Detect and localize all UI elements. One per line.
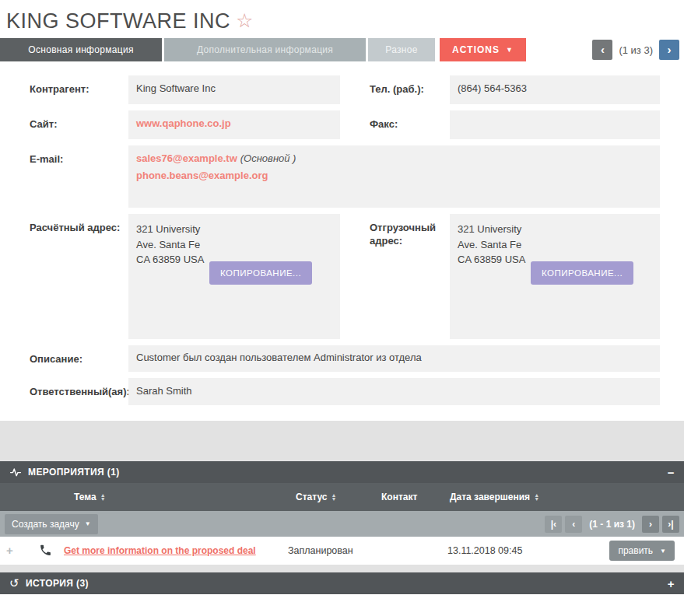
column-status[interactable]: Статус ▲▼ — [296, 483, 336, 511]
work-phone-label: Тел. (раб.): — [370, 75, 450, 104]
field-row: Расчётный адрес: 321 University Ave. San… — [30, 214, 660, 339]
activities-column-headers: Тема ▲▼ Статус ▲▼ Контакт Дата завершени… — [0, 483, 684, 511]
chevron-down-icon: ▼ — [660, 548, 666, 555]
assigned-to-label: Ответственный(ая): — [30, 378, 128, 405]
account-name-field[interactable]: King Software Inc — [128, 75, 340, 104]
actions-button[interactable]: ACTIONS ▼ — [440, 38, 526, 61]
secondary-email-line: phone.beans@example.org — [136, 170, 652, 181]
column-due-date-label: Дата завершения — [450, 492, 530, 502]
copy-shipping-address-button[interactable]: КОПИРОВАНИЕ... — [531, 261, 633, 285]
description-label: Описание: — [30, 345, 128, 372]
field-row: Сайт: www.qaphone.co.jp Факс: — [30, 110, 660, 139]
activity-row: + Get more information on the proposed d… — [0, 537, 684, 565]
history-clock-icon: ↺ — [9, 576, 19, 590]
detail-panel: Контрагент: King Software Inc Тел. (раб.… — [0, 61, 684, 421]
website-link[interactable]: www.qaphone.co.jp — [136, 117, 231, 129]
billing-address-value: 321 University Ave. Santa Fe CA 63859 US… — [136, 221, 208, 268]
collapse-activities-button[interactable]: − — [668, 467, 675, 478]
chevron-down-icon: ▼ — [506, 38, 514, 61]
shipping-address-value: 321 University Ave. Santa Fe CA 63859 US… — [458, 221, 529, 268]
first-page-button[interactable]: |‹ — [545, 516, 562, 533]
activity-pulse-icon — [9, 467, 22, 478]
activity-status: Запланирован — [288, 545, 353, 556]
primary-email-line: sales76@example.tw(Основной ) — [136, 152, 652, 164]
copy-billing-address-button[interactable]: КОПИРОВАНИЕ... — [209, 261, 312, 285]
tab-basic-info[interactable]: Основная информация — [0, 38, 162, 61]
billing-address-field[interactable]: 321 University Ave. Santa Fe CA 63859 US… — [128, 214, 340, 339]
activity-subject-link[interactable]: Get more information on the proposed dea… — [64, 545, 256, 556]
secondary-email-link[interactable]: phone.beans@example.org — [136, 170, 268, 181]
field-row: Описание: Customer был создан пользовате… — [30, 345, 660, 372]
fax-label: Факс: — [370, 110, 450, 139]
work-phone-field[interactable]: (864) 564-5363 — [450, 75, 660, 104]
create-task-label: Создать задачу — [12, 519, 79, 530]
expand-history-button[interactable]: + — [668, 578, 675, 590]
history-header: ↺ ИСТОРИЯ (3) + — [0, 572, 684, 594]
list-pagination-label: (1 - 1 из 1) — [589, 519, 635, 530]
field-row: Контрагент: King Software Inc Тел. (раб.… — [30, 75, 660, 104]
next-page-button[interactable]: › — [642, 516, 659, 533]
website-label: Сайт: — [30, 110, 128, 139]
column-due-date[interactable]: Дата завершения ▲▼ — [450, 483, 539, 511]
record-pagination: ‹ (1 из 3) › — [592, 40, 679, 60]
column-contact-label: Контакт — [381, 492, 417, 502]
sort-icon: ▲▼ — [534, 493, 539, 501]
assigned-to-field[interactable]: Sarah Smith — [128, 378, 660, 405]
last-page-button[interactable]: ›| — [662, 516, 679, 533]
primary-email-note: (Основной ) — [240, 152, 296, 164]
previous-record-button[interactable]: ‹ — [592, 40, 612, 60]
primary-email-link[interactable]: sales76@example.tw — [136, 152, 237, 164]
add-icon[interactable]: + — [6, 544, 13, 557]
tab-additional-info[interactable]: Дополнительная информация — [164, 38, 366, 61]
shipping-address-label: Отгрузочный адрес: — [370, 214, 450, 339]
edit-activity-button[interactable]: править ▼ — [609, 541, 675, 561]
column-status-label: Статус — [296, 492, 327, 502]
history-title: ИСТОРИЯ (3) — [26, 578, 89, 589]
activities-header: МЕРОПРИЯТИЯ (1) − — [0, 461, 684, 483]
record-pagination-label: (1 из 3) — [619, 44, 653, 56]
tab-misc[interactable]: Разное — [368, 38, 435, 61]
tab-bar: Основная информация Дополнительная инфор… — [0, 38, 684, 61]
email-field[interactable]: sales76@example.tw(Основной ) phone.bean… — [128, 145, 660, 208]
field-row: E-mail: sales76@example.tw(Основной ) ph… — [30, 145, 660, 208]
page-header: KING SOFTWARE INC☆ — [0, 0, 684, 38]
actions-button-label: ACTIONS — [452, 38, 500, 61]
shipping-address-field[interactable]: 321 University Ave. Santa Fe CA 63859 US… — [450, 214, 660, 339]
section-divider — [0, 565, 684, 572]
activities-title: МЕРОПРИЯТИЯ (1) — [28, 467, 120, 478]
chevron-down-icon: ▼ — [85, 520, 91, 527]
activities-toolbar: Создать задачу ▼ |‹ ‹ (1 - 1 из 1) › ›| — [0, 511, 684, 537]
account-name-label: Контрагент: — [30, 75, 128, 104]
column-subject-label: Тема — [74, 492, 96, 502]
website-field[interactable]: www.qaphone.co.jp — [128, 110, 340, 139]
email-label: E-mail: — [30, 145, 128, 208]
favorite-star-icon[interactable]: ☆ — [236, 9, 253, 31]
column-subject[interactable]: Тема ▲▼ — [74, 483, 106, 511]
sort-icon: ▲▼ — [331, 493, 336, 501]
description-field[interactable]: Customer был создан пользователем Admini… — [128, 345, 660, 372]
page-title: KING SOFTWARE INC — [6, 9, 230, 33]
column-contact: Контакт — [381, 483, 417, 511]
field-row: Ответственный(ая): Sarah Smith — [30, 378, 660, 405]
sort-icon: ▲▼ — [100, 493, 106, 501]
edit-activity-label: править — [618, 545, 653, 556]
create-task-button[interactable]: Создать задачу ▼ — [5, 514, 98, 534]
next-record-button[interactable]: › — [659, 40, 679, 60]
list-pagination: |‹ ‹ (1 - 1 из 1) › ›| — [545, 516, 679, 533]
fax-field[interactable] — [450, 110, 660, 139]
section-divider — [0, 421, 684, 461]
phone-call-icon — [39, 544, 52, 559]
previous-page-button[interactable]: ‹ — [565, 516, 582, 533]
activity-due-date: 13.11.2018 09:45 — [447, 545, 522, 556]
billing-address-label: Расчётный адрес: — [30, 214, 128, 339]
